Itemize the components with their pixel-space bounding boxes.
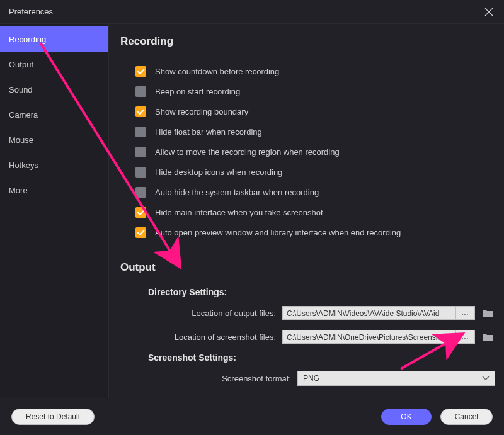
sidebar-item-recording[interactable]: Recording — [0, 26, 108, 52]
screenshot-location-browse-button[interactable]: ... — [456, 330, 475, 344]
checkbox-boundary[interactable] — [135, 106, 146, 117]
row-output-location: Location of output files: C:\Users\ADMIN… — [120, 303, 495, 322]
sidebar-item-more[interactable]: More — [0, 178, 108, 203]
sidebar-item-label: Mouse — [9, 135, 33, 145]
screenshot-format-label: Screenshot format: — [120, 374, 297, 383]
checkbox-countdown[interactable] — [135, 66, 146, 77]
folder-icon[interactable] — [480, 330, 495, 344]
option-move-region: Allow to move the recording region when … — [135, 142, 495, 162]
option-label: Auto hide the system taskbar when record… — [155, 188, 319, 197]
screenshot-location-label: Location of screenshot files: — [120, 332, 282, 342]
option-hide-main: Hide main interface when you take screen… — [135, 202, 495, 222]
output-location-label: Location of output files: — [120, 308, 282, 318]
sidebar-item-label: Hotkeys — [9, 161, 38, 170]
recording-options: Show countdown before recording Beep on … — [120, 61, 495, 242]
sidebar-item-camera[interactable]: Camera — [0, 102, 108, 127]
sidebar: Recording Output Sound Camera Mouse Hotk… — [0, 24, 109, 398]
option-label: Show recording boundary — [155, 107, 248, 116]
checkbox-hide-taskbar[interactable] — [135, 187, 146, 198]
recording-heading: Recording — [120, 35, 495, 52]
checkbox-auto-preview[interactable] — [135, 227, 146, 238]
sidebar-item-output[interactable]: Output — [0, 52, 108, 77]
screenshot-format-value: PNG — [303, 371, 319, 386]
option-label: Hide float bar when recording — [155, 127, 262, 137]
checkbox-beep[interactable] — [135, 86, 146, 97]
checkbox-move-region[interactable] — [135, 147, 146, 157]
close-icon[interactable] — [483, 6, 495, 18]
sidebar-item-mouse[interactable]: Mouse — [0, 127, 108, 152]
sidebar-item-label: More — [9, 186, 28, 195]
option-hide-taskbar: Auto hide the system taskbar when record… — [135, 182, 495, 202]
sidebar-item-label: Sound — [9, 85, 33, 94]
main-area: Recording Output Sound Camera Mouse Hotk… — [0, 24, 504, 398]
option-label: Allow to move the recording region when … — [155, 147, 340, 157]
option-beep: Beep on start recording — [135, 81, 495, 101]
row-screenshot-location: Location of screenshot files: C:\Users\A… — [120, 327, 495, 346]
option-auto-preview: Auto open preview window and library int… — [135, 222, 495, 242]
option-countdown: Show countdown before recording — [135, 61, 495, 81]
option-label: Beep on start recording — [155, 87, 240, 96]
checkbox-hide-icons[interactable] — [135, 167, 146, 178]
option-boundary: Show recording boundary — [135, 101, 495, 121]
sidebar-item-sound[interactable]: Sound — [0, 77, 108, 102]
screenshot-location-field[interactable]: C:\Users\ADMIN\OneDrive\Pictures\Screens… — [282, 330, 456, 344]
window-title: Preferences — [9, 7, 53, 16]
reset-button[interactable]: Reset to Default — [11, 409, 94, 425]
sidebar-item-label: Recording — [9, 35, 46, 44]
bottom-bar: Reset to Default OK Cancel — [0, 398, 504, 434]
option-label: Hide desktop icons when recording — [155, 167, 282, 177]
option-label: Hide main interface when you take screen… — [155, 208, 323, 217]
checkbox-hide-main[interactable] — [135, 207, 146, 218]
option-hide-float: Hide float bar when recording — [135, 121, 495, 142]
sidebar-item-label: Output — [9, 60, 33, 69]
content-pane: Recording Show countdown before recordin… — [109, 24, 504, 398]
output-heading: Output — [120, 261, 495, 278]
screenshot-format-select[interactable]: PNG — [297, 371, 495, 386]
ok-button[interactable]: OK — [381, 409, 431, 425]
folder-icon[interactable] — [480, 306, 495, 320]
screenshot-settings-heading: Screenshot Settings: — [148, 353, 495, 363]
sidebar-item-label: Camera — [9, 110, 38, 120]
option-label: Auto open preview window and library int… — [155, 228, 401, 237]
row-screenshot-format: Screenshot format: PNG — [120, 369, 495, 388]
option-hide-icons: Hide desktop icons when recording — [135, 162, 495, 182]
output-location-browse-button[interactable]: ... — [456, 306, 475, 320]
chevron-down-icon — [482, 371, 490, 386]
sidebar-item-hotkeys[interactable]: Hotkeys — [0, 152, 108, 178]
cancel-button[interactable]: Cancel — [440, 409, 493, 425]
checkbox-hide-float[interactable] — [135, 127, 146, 137]
output-location-field[interactable]: C:\Users\ADMIN\Videos\AVAide Studio\AVAi… — [282, 306, 456, 320]
option-label: Show countdown before recording — [155, 67, 279, 76]
directory-settings-heading: Directory Settings: — [148, 287, 495, 297]
titlebar: Preferences — [0, 0, 504, 24]
